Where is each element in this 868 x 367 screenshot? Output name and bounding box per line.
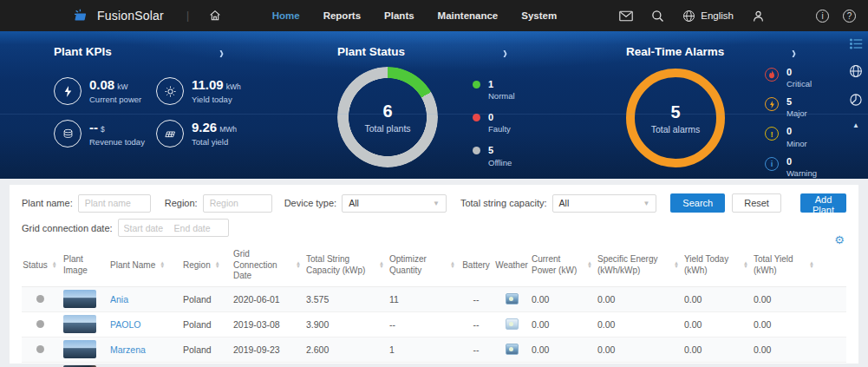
yield-today-cell: 0.00 [684, 294, 754, 305]
column-header-current-power[interactable]: Current Power (kW)▲▼ [532, 254, 597, 276]
info-circle-icon [765, 157, 779, 171]
grid-connection-date-cell: 2019-09-23 [233, 344, 306, 355]
sort-icon[interactable]: ▲▼ [450, 262, 455, 268]
plant-thumbnail[interactable] [63, 290, 96, 308]
sort-icon[interactable]: ▲▼ [743, 262, 748, 268]
status-dot [36, 320, 44, 328]
nav-home[interactable]: Home [272, 10, 300, 21]
sort-icon[interactable]: ▲▼ [215, 262, 220, 268]
plant-name-cell: PAOLO [110, 319, 183, 330]
sort-icon[interactable]: ▲▼ [379, 262, 384, 268]
specific-energy-cell: 0.00 [597, 344, 684, 355]
capacity-select[interactable]: All ▼ [552, 194, 657, 213]
top-icon-group: English i ? [619, 10, 856, 23]
column-header-plant-name[interactable]: Plant Name▲▼ [110, 260, 183, 272]
plant-name-link[interactable]: Marzena [110, 344, 146, 355]
help-icon[interactable]: ? [843, 10, 856, 23]
column-header-status[interactable]: Status▲▼ [22, 260, 63, 272]
nav-plants[interactable]: Plants [384, 10, 414, 21]
plant-status-panel: Plant Status › 6 Total plants 1 Normal [289, 31, 578, 179]
add-plant-button[interactable]: Add Plant [800, 193, 846, 213]
offline-status-dot [473, 147, 480, 154]
language-switch[interactable]: English [682, 10, 734, 23]
reset-button[interactable]: Reset [732, 193, 781, 213]
column-header-yield-today[interactable]: Yield Today (kWh)▲▼ [684, 254, 754, 276]
top-bar: FusionSolar | Home Reports Plants Mainte… [0, 0, 868, 31]
sort-icon[interactable]: ▲▼ [296, 262, 301, 268]
total-plants-label: Total plants [364, 123, 410, 134]
kpi-label: Total yield [192, 138, 237, 147]
plant-name-link[interactable]: PAOLO [110, 319, 140, 330]
battery-cell: -- [460, 319, 497, 330]
legend-value: 1 [488, 79, 515, 90]
sort-icon[interactable]: ▲▼ [809, 262, 814, 268]
list-view-icon[interactable] [850, 38, 863, 49]
weather-icon [506, 344, 519, 355]
globe-icon[interactable] [849, 64, 863, 78]
column-header-specific-energy[interactable]: Specific Energy (kWh/kWp)▲▼ [597, 254, 684, 276]
nav-reports[interactable]: Reports [323, 10, 361, 21]
filter-row-2: Grid connection date: [22, 219, 846, 237]
column-header-total-yield[interactable]: Total Yield (kWh)▲▼ [754, 254, 819, 276]
total-yield-cell: 0.00 [754, 294, 819, 305]
home-icon[interactable] [208, 9, 222, 23]
sort-icon[interactable]: ▲▼ [160, 262, 165, 268]
plant-status-legend: 1 Normal 0 Faulty 5 Offline [473, 79, 515, 167]
capacity-label: Total string capacity: [460, 198, 547, 208]
battery-empty: -- [473, 294, 480, 305]
column-header-region[interactable]: Region▲▼ [183, 260, 233, 272]
region-input[interactable] [203, 194, 272, 213]
grid-date-label: Grid connection date: [22, 223, 113, 233]
plant-thumbnail[interactable] [63, 340, 96, 358]
kpi-value: 11.09 [192, 77, 224, 92]
plant-status-title: Plant Status [337, 45, 405, 58]
plant-name-link[interactable]: Ania [110, 294, 128, 305]
end-date-input[interactable] [169, 223, 219, 233]
column-settings-gear-icon[interactable] [834, 233, 845, 246]
optimizer-quantity-cell: 1 [389, 344, 460, 355]
region-label: Region: [165, 198, 198, 208]
search-button[interactable]: Search [670, 193, 725, 213]
pie-chart-icon[interactable] [849, 93, 863, 107]
plant-name-input[interactable] [78, 194, 151, 213]
plant-kpis-title: Plant KPIs [54, 45, 112, 58]
status-cell [22, 295, 63, 303]
table-body: AniaPoland2020-06-013.57511--0.000.000.0… [22, 287, 846, 367]
sort-icon[interactable]: ▲▼ [52, 262, 57, 268]
search-icon[interactable] [651, 10, 664, 23]
plant-image-cell [63, 290, 110, 308]
legend-item-warning: 0 Warning [765, 156, 817, 178]
chevron-right-icon[interactable]: › [792, 43, 796, 61]
legend-value: 0 [786, 156, 817, 167]
chevron-right-icon[interactable]: › [219, 43, 224, 61]
current-power-cell: 0.00 [532, 294, 597, 305]
start-date-input[interactable] [119, 223, 169, 233]
realtime-alarms-title: Real-Time Alarms [626, 45, 724, 58]
column-header-total-string-capacity[interactable]: Total String Capacity (kWp)▲▼ [306, 254, 389, 276]
device-type-select[interactable]: All ▼ [342, 194, 447, 213]
column-header-optimizer-quantity[interactable]: Optimizer Quantity▲▼ [389, 254, 460, 276]
nav-maintenance[interactable]: Maintenance [438, 10, 499, 21]
legend-value: 0 [786, 126, 807, 137]
plant-thumbnail[interactable] [63, 315, 96, 333]
legend-item-faulty: 0 Faulty [473, 112, 515, 134]
grid-date-range-picker[interactable] [118, 219, 229, 237]
nav-system[interactable]: System [521, 10, 557, 21]
legend-label: Faulty [488, 124, 511, 134]
sort-icon[interactable]: ▲▼ [674, 262, 679, 268]
user-icon[interactable] [752, 10, 765, 23]
device-type-value: All [349, 198, 359, 208]
collapse-arrow-icon[interactable]: ▲ [852, 121, 859, 129]
total-string-capacity-cell: 3.575 [306, 294, 389, 305]
chevron-down-icon: ▼ [643, 200, 649, 207]
sort-icon[interactable]: ▲▼ [587, 262, 592, 268]
info-icon[interactable]: i [816, 10, 829, 23]
column-header-grid-connection-date[interactable]: Grid Connection Date▲▼ [233, 249, 306, 282]
plant-image-cell [63, 315, 110, 333]
kpi-unit: MWh [219, 125, 237, 134]
divider: | [186, 10, 189, 22]
yield-today-cell: 0.00 [684, 319, 754, 330]
mail-icon[interactable] [619, 10, 633, 22]
grid-connection-date-cell: 2019-03-08 [233, 319, 306, 330]
chevron-right-icon[interactable]: › [503, 43, 507, 61]
